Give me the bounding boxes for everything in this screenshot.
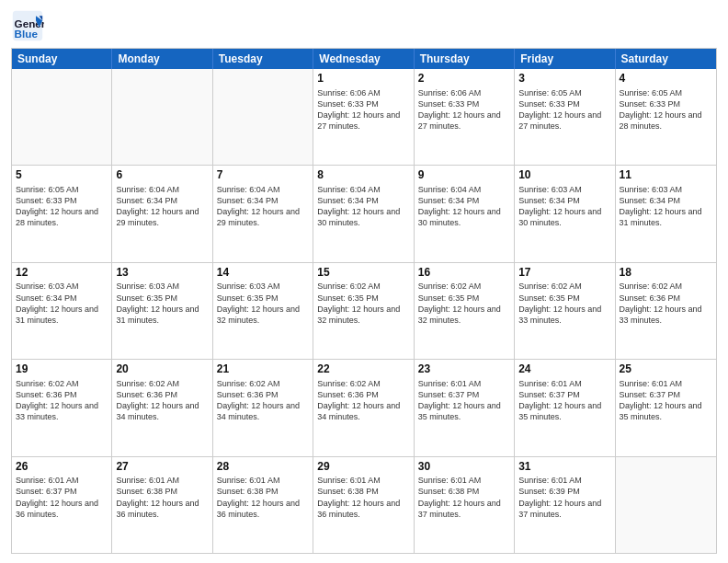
day-info: Sunrise: 6:04 AM Sunset: 6:34 PM Dayligh…	[418, 184, 510, 229]
day-info: Sunrise: 6:01 AM Sunset: 6:38 PM Dayligh…	[116, 475, 208, 520]
day-info: Sunrise: 6:05 AM Sunset: 6:33 PM Dayligh…	[16, 184, 108, 229]
day-number: 10	[518, 168, 610, 183]
day-number: 25	[620, 362, 712, 377]
day-cell: 13Sunrise: 6:03 AM Sunset: 6:35 PM Dayli…	[112, 263, 212, 359]
day-cell: 16Sunrise: 6:02 AM Sunset: 6:35 PM Dayli…	[415, 263, 515, 359]
day-cell	[112, 69, 212, 165]
day-number: 22	[317, 362, 409, 377]
day-cell: 1Sunrise: 6:06 AM Sunset: 6:33 PM Daylig…	[313, 69, 414, 165]
day-cell: 23Sunrise: 6:01 AM Sunset: 6:37 PM Dayli…	[415, 360, 515, 455]
day-info: Sunrise: 6:01 AM Sunset: 6:38 PM Dayligh…	[317, 475, 409, 520]
day-cell: 29Sunrise: 6:01 AM Sunset: 6:38 PM Dayli…	[313, 457, 414, 553]
day-number: 28	[217, 460, 309, 475]
day-info: Sunrise: 6:02 AM Sunset: 6:36 PM Dayligh…	[620, 281, 712, 326]
day-cell	[12, 69, 112, 165]
week-row-2: 5Sunrise: 6:05 AM Sunset: 6:33 PM Daylig…	[12, 166, 716, 262]
logo: General Blue	[11, 9, 44, 42]
day-cell	[213, 69, 313, 165]
day-cell: 22Sunrise: 6:02 AM Sunset: 6:36 PM Dayli…	[313, 360, 414, 455]
day-number: 5	[16, 168, 108, 183]
day-info: Sunrise: 6:03 AM Sunset: 6:35 PM Dayligh…	[217, 281, 309, 326]
day-cell: 4Sunrise: 6:05 AM Sunset: 6:33 PM Daylig…	[616, 69, 716, 165]
day-header-thursday: Thursday	[415, 49, 515, 69]
day-number: 27	[116, 460, 208, 475]
day-number: 16	[418, 266, 510, 281]
day-cell: 19Sunrise: 6:02 AM Sunset: 6:36 PM Dayli…	[12, 360, 112, 455]
day-info: Sunrise: 6:04 AM Sunset: 6:34 PM Dayligh…	[116, 184, 208, 229]
day-number: 31	[518, 460, 610, 475]
day-cell: 18Sunrise: 6:02 AM Sunset: 6:36 PM Dayli…	[616, 263, 716, 359]
day-number: 2	[418, 72, 510, 86]
logo-icon: General Blue	[11, 9, 44, 42]
day-number: 18	[620, 266, 712, 281]
day-info: Sunrise: 6:03 AM Sunset: 6:34 PM Dayligh…	[518, 184, 610, 229]
day-number: 13	[116, 266, 208, 281]
day-number: 26	[16, 460, 108, 475]
day-info: Sunrise: 6:05 AM Sunset: 6:33 PM Dayligh…	[620, 87, 712, 132]
day-info: Sunrise: 6:01 AM Sunset: 6:37 PM Dayligh…	[16, 475, 108, 520]
day-info: Sunrise: 6:06 AM Sunset: 6:33 PM Dayligh…	[418, 87, 510, 132]
day-cell: 3Sunrise: 6:05 AM Sunset: 6:33 PM Daylig…	[515, 69, 615, 165]
day-cell: 17Sunrise: 6:02 AM Sunset: 6:35 PM Dayli…	[515, 263, 615, 359]
day-cell: 11Sunrise: 6:03 AM Sunset: 6:34 PM Dayli…	[616, 166, 716, 261]
day-cell: 24Sunrise: 6:01 AM Sunset: 6:37 PM Dayli…	[515, 360, 615, 455]
day-cell: 21Sunrise: 6:02 AM Sunset: 6:36 PM Dayli…	[213, 360, 313, 455]
day-number: 30	[418, 460, 510, 475]
weeks: 1Sunrise: 6:06 AM Sunset: 6:33 PM Daylig…	[12, 69, 716, 553]
day-number: 20	[116, 362, 208, 377]
day-number: 4	[620, 72, 712, 86]
day-number: 15	[317, 266, 409, 281]
day-cell: 30Sunrise: 6:01 AM Sunset: 6:38 PM Dayli…	[415, 457, 515, 553]
day-info: Sunrise: 6:04 AM Sunset: 6:34 PM Dayligh…	[317, 184, 409, 229]
day-info: Sunrise: 6:02 AM Sunset: 6:36 PM Dayligh…	[16, 378, 108, 423]
day-number: 21	[217, 362, 309, 377]
day-number: 7	[217, 168, 309, 183]
day-number: 3	[518, 72, 610, 86]
day-info: Sunrise: 6:02 AM Sunset: 6:35 PM Dayligh…	[518, 281, 610, 326]
day-info: Sunrise: 6:02 AM Sunset: 6:35 PM Dayligh…	[317, 281, 409, 326]
day-info: Sunrise: 6:02 AM Sunset: 6:36 PM Dayligh…	[116, 378, 208, 423]
day-cell: 12Sunrise: 6:03 AM Sunset: 6:34 PM Dayli…	[12, 263, 112, 359]
week-row-3: 12Sunrise: 6:03 AM Sunset: 6:34 PM Dayli…	[12, 263, 716, 360]
day-number: 14	[217, 266, 309, 281]
day-info: Sunrise: 6:02 AM Sunset: 6:36 PM Dayligh…	[317, 378, 409, 423]
day-number: 29	[317, 460, 409, 475]
day-info: Sunrise: 6:04 AM Sunset: 6:34 PM Dayligh…	[217, 184, 309, 229]
day-header-tuesday: Tuesday	[213, 49, 313, 69]
day-cell: 31Sunrise: 6:01 AM Sunset: 6:39 PM Dayli…	[515, 457, 615, 553]
day-number: 6	[116, 168, 208, 183]
day-info: Sunrise: 6:01 AM Sunset: 6:39 PM Dayligh…	[518, 475, 610, 520]
day-header-monday: Monday	[112, 49, 212, 69]
day-info: Sunrise: 6:01 AM Sunset: 6:37 PM Dayligh…	[620, 378, 712, 423]
day-info: Sunrise: 6:01 AM Sunset: 6:38 PM Dayligh…	[217, 475, 309, 520]
day-cell: 2Sunrise: 6:06 AM Sunset: 6:33 PM Daylig…	[415, 69, 515, 165]
day-info: Sunrise: 6:02 AM Sunset: 6:35 PM Dayligh…	[418, 281, 510, 326]
day-header-sunday: Sunday	[12, 49, 112, 69]
day-info: Sunrise: 6:06 AM Sunset: 6:33 PM Dayligh…	[317, 87, 409, 132]
week-row-4: 19Sunrise: 6:02 AM Sunset: 6:36 PM Dayli…	[12, 360, 716, 456]
day-cell: 27Sunrise: 6:01 AM Sunset: 6:38 PM Dayli…	[112, 457, 212, 553]
day-info: Sunrise: 6:05 AM Sunset: 6:33 PM Dayligh…	[518, 87, 610, 132]
day-cell: 25Sunrise: 6:01 AM Sunset: 6:37 PM Dayli…	[616, 360, 716, 455]
day-cell: 10Sunrise: 6:03 AM Sunset: 6:34 PM Dayli…	[515, 166, 615, 261]
day-number: 12	[16, 266, 108, 281]
day-number: 19	[16, 362, 108, 377]
day-header-wednesday: Wednesday	[313, 49, 414, 69]
day-info: Sunrise: 6:03 AM Sunset: 6:34 PM Dayligh…	[16, 281, 108, 326]
page-header: General Blue	[11, 9, 717, 42]
day-info: Sunrise: 6:01 AM Sunset: 6:37 PM Dayligh…	[518, 378, 610, 423]
day-header-friday: Friday	[515, 49, 615, 69]
day-number: 8	[317, 168, 409, 183]
day-number: 11	[620, 168, 712, 183]
svg-text:Blue: Blue	[15, 28, 39, 40]
day-number: 17	[518, 266, 610, 281]
day-number: 24	[518, 362, 610, 377]
day-cell: 20Sunrise: 6:02 AM Sunset: 6:36 PM Dayli…	[112, 360, 212, 455]
week-row-5: 26Sunrise: 6:01 AM Sunset: 6:37 PM Dayli…	[12, 457, 716, 553]
day-info: Sunrise: 6:02 AM Sunset: 6:36 PM Dayligh…	[217, 378, 309, 423]
day-info: Sunrise: 6:03 AM Sunset: 6:35 PM Dayligh…	[116, 281, 208, 326]
day-cell	[616, 457, 716, 553]
day-cell: 6Sunrise: 6:04 AM Sunset: 6:34 PM Daylig…	[112, 166, 212, 261]
day-info: Sunrise: 6:03 AM Sunset: 6:34 PM Dayligh…	[620, 184, 712, 229]
day-cell: 8Sunrise: 6:04 AM Sunset: 6:34 PM Daylig…	[313, 166, 414, 261]
